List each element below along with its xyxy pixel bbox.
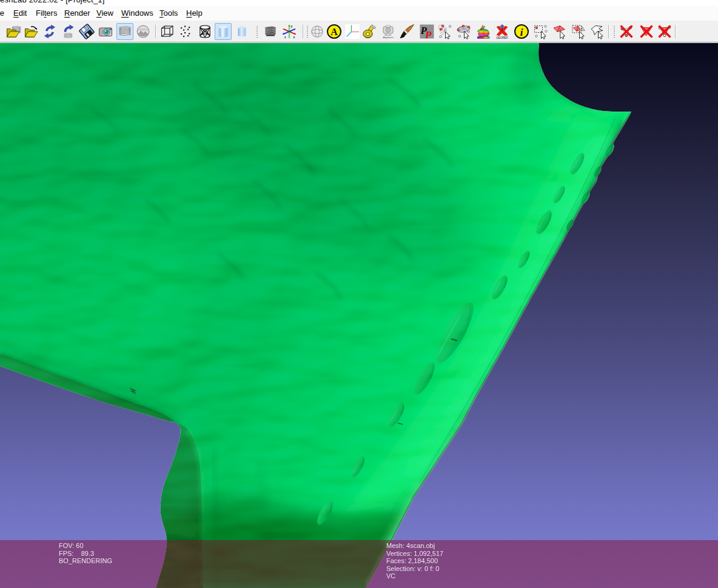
toolbar-texture-view[interactable]	[135, 23, 152, 40]
hud-mesh-name: Mesh: 4scan.obj	[386, 542, 443, 550]
hud-colormode: VC	[386, 572, 443, 580]
viewport-3d[interactable]: FOV: 60 FPS: 89.3 BO_RENDERING Mesh: 4sc…	[0, 43, 718, 588]
pick-p2: P	[424, 29, 432, 39]
select-faces-rect-icon	[571, 24, 587, 39]
toolbar-select-faces-rect[interactable]	[571, 23, 588, 40]
ambient-a-label: A	[330, 27, 338, 37]
toolbar-render-points[interactable]	[178, 23, 195, 40]
select-connected-icon	[589, 24, 605, 39]
toolbar-snapshot[interactable]	[97, 23, 114, 40]
hud-right: Mesh: 4scan.obj Vertices: 1,092,517 Face…	[386, 542, 443, 580]
select-vertices-icon	[533, 24, 549, 39]
toolbar-ambient-occlusion[interactable]: A	[326, 23, 343, 40]
toolbar-render-smooth[interactable]	[233, 23, 250, 40]
measure-tape-icon	[362, 24, 378, 39]
toolbar-reload-mesh[interactable]	[60, 23, 77, 40]
axis-label-x: x	[294, 35, 295, 39]
toolbar-render-flat[interactable]	[215, 23, 232, 40]
reload-mesh-icon	[61, 24, 76, 39]
menu-bar: File Edit Filters Render View Windows To…	[0, 6, 718, 21]
save-icon	[79, 24, 95, 39]
toolbar-mutual-align[interactable]	[455, 23, 472, 40]
hud-rendering-mode: BO_RENDERING	[59, 557, 112, 565]
delete-vertices-icon	[619, 24, 634, 39]
toolbar-delete-vertices[interactable]	[618, 23, 635, 40]
toolbar-trackball[interactable]	[309, 23, 326, 40]
snapshot-icon	[98, 24, 113, 39]
paintbrush-icon	[399, 24, 415, 39]
menu-help[interactable]: Help	[186, 7, 203, 19]
meshlab-window: eshLab 2022.02 - [Project_1] File Edit F…	[0, 0, 718, 588]
toolbar-measure-tool[interactable]	[361, 23, 378, 40]
hud-left: FOV: 60 FPS: 89.3 BO_RENDERING	[59, 542, 112, 565]
hud-vertices: Vertices: 1,092,517	[386, 550, 443, 558]
info-icon: i	[514, 24, 529, 39]
info-label: i	[520, 27, 523, 38]
toolbar-quality-mapper[interactable]	[475, 23, 492, 40]
render-points-icon	[178, 24, 194, 39]
axis-label-y: y	[291, 24, 293, 28]
toolbar-delete-faces[interactable]	[638, 23, 655, 40]
menu-tools[interactable]: Tools	[159, 7, 178, 19]
hud-faces: Faces: 2,184,500	[386, 557, 443, 565]
axis-icon: y x z	[281, 24, 297, 39]
delete-faces-vertices-icon	[657, 24, 673, 39]
toolbar-show-axis[interactable]: y x z	[281, 23, 298, 40]
axes-tripod-icon	[344, 24, 360, 39]
toolbar-import-mesh[interactable]	[23, 23, 40, 40]
toolbar-separator-2	[303, 25, 303, 38]
title-bar: eshLab 2022.02 - [Project_1]	[0, 0, 718, 6]
open-project-icon	[5, 24, 21, 39]
delete-faces-icon	[639, 24, 654, 39]
toolbar-align-tool[interactable]	[437, 23, 454, 40]
pick-points-icon: P P	[419, 24, 435, 39]
window-title: eshLab 2022.02 - [Project_1]	[0, 0, 105, 4]
toolbar-select-vertices[interactable]	[532, 23, 549, 40]
toolbar-select-connected[interactable]	[589, 23, 606, 40]
toolbar-open-project[interactable]	[5, 23, 22, 40]
render-flat-icon	[215, 24, 231, 39]
ambient-a-icon: A	[326, 24, 342, 39]
menu-filters[interactable]: Filters	[36, 7, 57, 19]
menu-view[interactable]: View	[96, 7, 113, 19]
align-tool-icon	[437, 24, 453, 39]
hud-selection: Selection: v: 0 f: 0	[386, 565, 443, 573]
menu-edit[interactable]: Edit	[13, 7, 27, 19]
texture-globe-icon	[135, 24, 151, 39]
toolbar-separator-1	[155, 25, 156, 38]
mutual-align-icon	[456, 24, 472, 39]
toolbar-axes-tripod[interactable]	[344, 23, 361, 40]
raster-label-2: Alignment	[383, 36, 394, 39]
toolbar-reload-all[interactable]	[41, 23, 58, 40]
render-smooth-icon	[234, 24, 250, 39]
quality-bunny-icon	[475, 24, 491, 39]
menu-windows[interactable]: Windows	[121, 7, 153, 19]
toolbar-render-mode-stack[interactable]	[262, 23, 279, 40]
render-bbox-icon	[159, 24, 175, 39]
toolbar-handle-1[interactable]	[256, 25, 258, 38]
georef-icon: GEOREF	[494, 24, 510, 39]
menu-file[interactable]: File	[0, 7, 4, 19]
toolbar: y x z A	[0, 21, 718, 42]
reload-all-icon	[42, 24, 58, 39]
axis-label-z: z	[284, 35, 286, 39]
toolbar-select-faces[interactable]	[552, 23, 569, 40]
menu-render[interactable]: Render	[64, 7, 90, 19]
toolbar-render-bbox[interactable]	[159, 23, 176, 40]
toolbar-paint-tool[interactable]	[398, 23, 415, 40]
mesh-scene	[0, 43, 718, 588]
toolbar-render-wireframe[interactable]	[196, 23, 213, 40]
render-wireframe-icon	[197, 24, 213, 39]
toolbar-georef[interactable]: GEOREF	[494, 23, 511, 40]
toolbar-pick-points[interactable]: P P	[418, 23, 435, 40]
toolbar-delete-faces-vertices[interactable]	[656, 23, 673, 40]
toolbar-separator-3	[608, 25, 609, 38]
layers-icon	[117, 24, 133, 39]
toolbar-show-layers[interactable]	[116, 23, 133, 40]
toolbar-save-snapshot-mesh[interactable]	[78, 23, 95, 40]
trackball-icon	[309, 24, 325, 39]
toolbar-raster-alignment[interactable]: Raster Alignment	[380, 23, 397, 40]
toolbar-handle-3[interactable]	[613, 25, 616, 38]
hud-fps: FPS: 89.3	[59, 550, 112, 558]
toolbar-get-info[interactable]: i	[513, 23, 530, 40]
